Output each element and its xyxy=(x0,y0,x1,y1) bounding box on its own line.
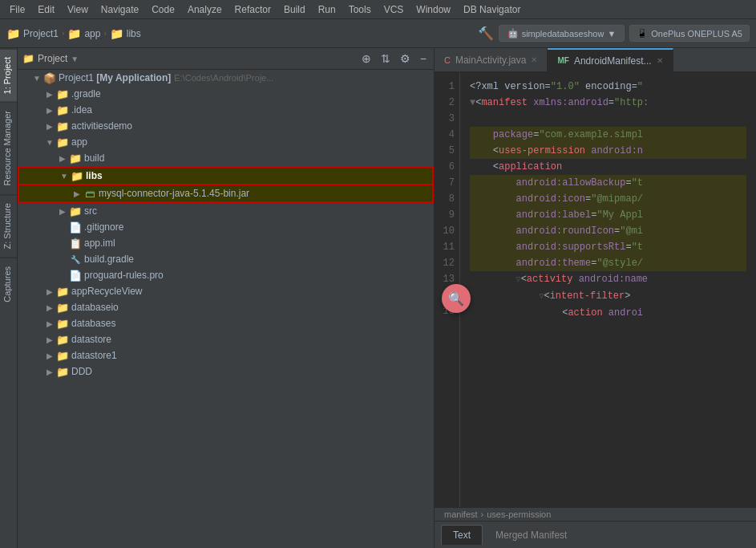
breadcrumb-app[interactable]: app xyxy=(84,28,100,39)
tree-item-root[interactable]: 📦 Project1 [My Application] E:\Codes\And… xyxy=(18,70,434,86)
menu-code[interactable]: Code xyxy=(145,2,181,17)
code-line-11: android:supportsRtl="t xyxy=(470,239,746,255)
menu-run[interactable]: Run xyxy=(312,2,342,17)
menu-file[interactable]: File xyxy=(3,2,31,17)
tree-label-datastore1: datastore1 xyxy=(71,350,117,361)
code-content[interactable]: <?xml version="1.0" encoding=" ▼<manifes… xyxy=(460,72,756,507)
breadcrumb-project[interactable]: Project1 xyxy=(23,28,59,39)
tree-item-datastore1[interactable]: 📁 datastore1 xyxy=(18,347,434,363)
tree-icon-idea: 📁 xyxy=(56,104,69,116)
device-icon: 📱 xyxy=(637,28,648,39)
tree-label-src: src xyxy=(84,205,97,217)
file-tree: 📦 Project1 [My Application] E:\Codes\And… xyxy=(18,70,434,542)
code-line-9: android:label="My Appl xyxy=(470,207,746,223)
tree-label-proguard: proguard-rules.pro xyxy=(84,270,164,281)
tab-android-manifest-close[interactable]: ✕ xyxy=(657,56,663,65)
tree-item-src[interactable]: 📁 src xyxy=(18,203,434,219)
tree-item-idea[interactable]: 📁 .idea xyxy=(18,102,434,118)
tree-arrow-src xyxy=(56,207,69,216)
sidebar-item-resource-manager[interactable]: Resource Manager xyxy=(0,102,17,194)
editor-panel: C MainActivity.java ✕ MF AndroidManifest… xyxy=(435,48,756,548)
code-line-3 xyxy=(470,111,746,127)
tree-item-activitiesdemo[interactable]: 📁 activitiesdemo xyxy=(18,118,434,134)
tree-item-libs[interactable]: 📁 libs xyxy=(18,166,434,185)
breadcrumb-sep2: › xyxy=(103,29,106,38)
side-tabs-left: 1: Project Resource Manager Z: Structure… xyxy=(0,48,18,548)
menu-vcs[interactable]: VCS xyxy=(378,2,410,17)
tree-item-app[interactable]: 📁 app xyxy=(18,134,434,150)
menu-refactor[interactable]: Refactor xyxy=(228,2,277,17)
tab-merged-manifest[interactable]: Merged Manifest xyxy=(484,526,578,545)
manifest-tab-icon: MF xyxy=(557,56,568,65)
sidebar-item-project[interactable]: 1: Project xyxy=(0,48,17,102)
run-config-button[interactable]: 🤖 simpledatabaseshow ▼ xyxy=(499,25,625,42)
tree-icon-gradle: 📁 xyxy=(56,87,69,100)
settings-btn[interactable]: ⚙ xyxy=(398,51,413,66)
code-line-1: <?xml version="1.0" encoding=" xyxy=(470,79,746,95)
tab-text[interactable]: Text xyxy=(441,525,483,545)
status-bar: manifest › uses-permission xyxy=(435,507,756,521)
run-config-label: simpledatabaseshow xyxy=(522,29,604,39)
tree-item-datastore[interactable]: 📁 datastore xyxy=(18,331,434,347)
menu-tools[interactable]: Tools xyxy=(342,2,378,17)
tree-hscroll[interactable] xyxy=(18,542,434,548)
panel-dropdown-icon[interactable]: ▼ xyxy=(71,55,79,63)
project-panel: 📁 Project ▼ ⊕ ⇅ ⚙ − 📦 Project1 [My Appli… xyxy=(18,48,435,548)
breadcrumb-libs[interactable]: libs xyxy=(127,28,141,39)
device-button[interactable]: 📱 OnePlus ONEPLUS A5 xyxy=(629,25,750,42)
autoscroll-btn[interactable]: ⇅ xyxy=(378,51,393,66)
tree-item-gradle[interactable]: 📁 .gradle xyxy=(18,86,434,102)
tree-item-gitignore[interactable]: 📄 .gitignore xyxy=(18,219,434,235)
code-line-2: ▼<manifest xmlns:android="http: xyxy=(470,95,746,111)
tree-item-databaseio[interactable]: 📁 databaseio xyxy=(18,299,434,315)
editor-tabs: C MainActivity.java ✕ MF AndroidManifest… xyxy=(435,48,756,72)
menu-edit[interactable]: Edit xyxy=(31,2,61,17)
code-line-13: ▽<activity android:name xyxy=(470,271,746,288)
tree-icon-databaseio: 📁 xyxy=(56,301,69,314)
tree-label-build-gradle: build.gradle xyxy=(84,254,134,265)
tree-label-app-iml: app.iml xyxy=(84,237,115,249)
status-sep: › xyxy=(481,509,484,519)
tree-item-proguard[interactable]: 📄 proguard-rules.pro xyxy=(18,267,434,283)
tree-item-ddd[interactable]: 📁 DDD xyxy=(18,363,434,380)
code-editor: 12345 678910 1112131415 <?xml version="1… xyxy=(435,72,756,507)
tab-android-manifest[interactable]: MF AndroidManifest... ✕ xyxy=(548,48,673,71)
tree-label-idea: .idea xyxy=(71,104,92,116)
menu-bar: File Edit View Navigate Code Analyze Ref… xyxy=(0,0,756,19)
search-fab-button[interactable]: 🔍 xyxy=(442,284,471,313)
tree-icon-gitignore: 📄 xyxy=(69,221,82,233)
tree-item-build-gradle[interactable]: 🔧 build.gradle xyxy=(18,251,434,267)
tree-path-root: E:\Codes\Android\Proje... xyxy=(174,73,273,83)
tree-icon-libs: 📁 xyxy=(71,169,83,182)
tree-item-app-iml[interactable]: 📋 app.iml xyxy=(18,235,434,251)
tree-item-apprecycleview[interactable]: 📁 appRecycleView xyxy=(18,283,434,299)
tab-main-activity[interactable]: C MainActivity.java ✕ xyxy=(435,48,548,71)
menu-navigate[interactable]: Navigate xyxy=(95,2,145,17)
tree-arrow-gradle xyxy=(43,90,56,99)
close-panel-btn[interactable]: − xyxy=(418,51,429,66)
menu-analyze[interactable]: Analyze xyxy=(181,2,228,17)
tree-item-mysql-jar[interactable]: 🗃 mysql-connector-java-5.1.45-bin.jar xyxy=(18,185,434,203)
sidebar-item-structure[interactable]: Z: Structure xyxy=(0,194,17,257)
tree-icon-build: 📁 xyxy=(69,152,82,164)
tab-android-manifest-label: AndroidManifest... xyxy=(574,55,652,67)
tree-arrow-datastore xyxy=(43,335,56,344)
tree-item-databases[interactable]: 📁 databases xyxy=(18,315,434,331)
run-config-dropdown-icon: ▼ xyxy=(607,29,616,39)
menu-window[interactable]: Window xyxy=(410,2,457,17)
code-line-15: <action androi xyxy=(470,305,746,321)
tree-label-gradle: .gradle xyxy=(71,88,101,99)
tree-label-libs: libs xyxy=(86,170,103,181)
sidebar-item-captures[interactable]: Captures xyxy=(0,258,17,311)
menu-view[interactable]: View xyxy=(61,2,95,17)
tree-icon-build-gradle: 🔧 xyxy=(69,253,82,266)
menu-db-navigator[interactable]: DB Navigator xyxy=(457,2,527,17)
tree-label-mysql-jar: mysql-connector-java-5.1.45-bin.jar xyxy=(99,188,249,199)
scope-btn[interactable]: ⊕ xyxy=(359,51,374,66)
tab-main-activity-close[interactable]: ✕ xyxy=(531,55,537,64)
code-line-7: android:allowBackup="t xyxy=(470,175,746,191)
android-icon: 🤖 xyxy=(507,28,519,39)
tree-label-datastore: datastore xyxy=(71,334,111,345)
tree-item-build[interactable]: 📁 build xyxy=(18,150,434,166)
menu-build[interactable]: Build xyxy=(277,2,312,17)
